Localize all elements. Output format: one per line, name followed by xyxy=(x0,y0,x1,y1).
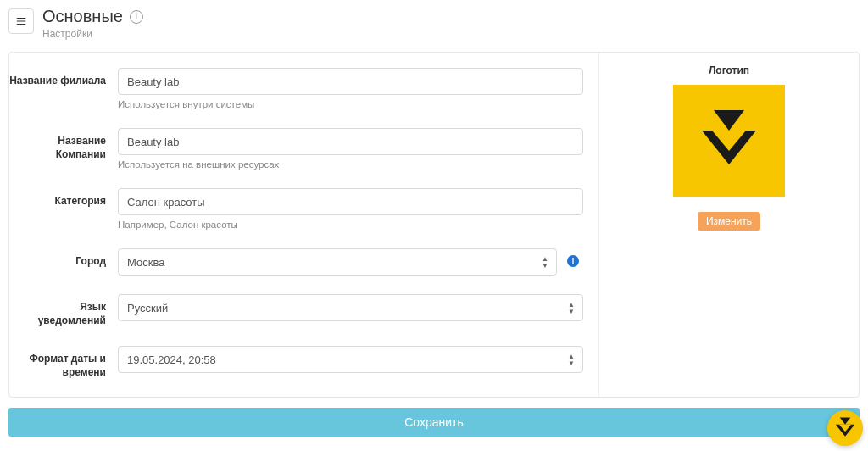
save-button[interactable]: Сохранить xyxy=(8,408,860,437)
row-branch-name: Название филиала Используется внутри сис… xyxy=(9,61,583,121)
hint-branch-name: Используется внутри системы xyxy=(118,99,583,109)
label-city: Город xyxy=(9,248,118,269)
date-format-select[interactable]: 19.05.2024, 20:58 xyxy=(118,346,583,373)
logo-title: Логотип xyxy=(611,64,847,76)
row-date-format: Формат даты и времени 19.05.2024, 20:58 … xyxy=(9,339,583,391)
category-input[interactable] xyxy=(118,188,583,215)
form-pane: Название филиала Используется внутри сис… xyxy=(9,53,599,397)
row-category: Категория Например, Салон красоты xyxy=(9,181,583,242)
row-language: Язык уведомлений Русский ▲▼ xyxy=(9,287,583,339)
page-title: Основные xyxy=(42,7,123,26)
company-name-input[interactable] xyxy=(118,128,583,155)
brand-icon xyxy=(839,416,852,440)
fab-brand-button[interactable] xyxy=(827,410,863,446)
label-company-name: Название Компании xyxy=(9,128,118,161)
change-logo-button[interactable]: Изменить xyxy=(698,212,760,231)
hamburger-icon xyxy=(15,15,27,27)
label-language: Язык уведомлений xyxy=(9,294,118,327)
logo-pane: Логотип Изменить xyxy=(599,53,859,397)
menu-button[interactable] xyxy=(8,8,34,34)
title-block: Основные i Настройки xyxy=(42,7,143,40)
settings-card: Название филиала Используется внутри сис… xyxy=(8,52,860,398)
page-subtitle: Настройки xyxy=(42,28,143,40)
logo-image xyxy=(673,85,785,197)
branch-name-input[interactable] xyxy=(118,68,583,95)
label-branch-name: Название филиала xyxy=(9,68,118,88)
row-city: Город Москва ▲▼ i xyxy=(9,242,583,287)
city-info-icon[interactable]: i xyxy=(567,255,579,267)
hint-category: Например, Салон красоты xyxy=(118,220,583,230)
city-select[interactable]: Москва xyxy=(118,248,557,276)
label-category: Категория xyxy=(9,188,118,209)
label-date-format: Формат даты и времени xyxy=(9,346,118,379)
info-icon[interactable]: i xyxy=(130,10,143,24)
row-company-name: Название Компании Используется на внешни… xyxy=(9,121,583,181)
language-select[interactable]: Русский xyxy=(118,294,583,321)
hint-company-name: Используется на внешних ресурсах xyxy=(118,159,583,170)
